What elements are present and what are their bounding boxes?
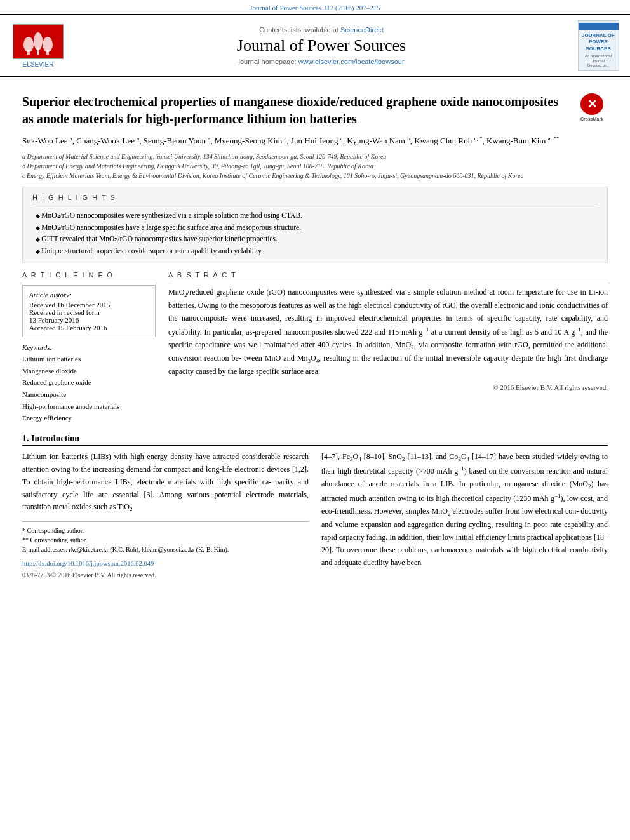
- homepage-line: journal homepage: www.elsevier.com/locat…: [70, 58, 573, 65]
- journal-center-info: Contents lists available at ScienceDirec…: [70, 26, 573, 65]
- affiliation-c: c Energy Efficient Materials Team, Energ…: [22, 171, 608, 180]
- keyword-2: Manganese dioxide: [22, 365, 156, 377]
- citation-text: Journal of Power Sources 312 (2016) 207–…: [250, 4, 380, 11]
- article-title-block: Superior electrochemical properties of m…: [22, 93, 608, 128]
- intro-col-right: [4–7], Fe3O4 [8–10], SnO2 [11–13], and C…: [321, 451, 608, 580]
- page: Journal of Power Sources 312 (2016) 207–…: [0, 0, 630, 840]
- footnote-email: E-mail addresses: rkc@kicet.re.kr (K.C. …: [22, 545, 309, 554]
- journal-logo-right: JOURNAL OFPOWERSOURCES An International …: [573, 20, 624, 71]
- highlight-item-3: GITT revealed that MnO₂/rGO nanocomposit…: [32, 233, 598, 244]
- abstract-text: MnO2/reduced graphene oxide (rGO) nanoco…: [168, 286, 608, 378]
- article-info-label: A R T I C L E I N F O: [22, 271, 156, 281]
- affiliation-a: a Department of Material Science and Eng…: [22, 152, 608, 161]
- journal-logo-box: JOURNAL OFPOWERSOURCES An International …: [578, 20, 619, 71]
- authors-line: Suk-Woo Lee a, Chang-Wook Lee a, Seung-B…: [22, 134, 608, 148]
- keywords-section: Keywords: Lithium ion batteries Manganes…: [22, 343, 156, 424]
- affiliation-b: b Department of Energy and Materials Eng…: [22, 161, 608, 171]
- crossmark-label: CrossMark: [580, 116, 603, 122]
- footnote-area: * Corresponding author. ** Corresponding…: [22, 521, 309, 554]
- journal-title: Journal of Power Sources: [70, 36, 573, 55]
- sciencedirect-link[interactable]: ScienceDirect: [340, 26, 384, 34]
- main-content: Superior electrochemical properties of m…: [0, 77, 630, 593]
- doi-area: http://dx.doi.org/10.1016/j.jpowsour.201…: [22, 558, 309, 569]
- affiliations: a Department of Material Science and Eng…: [22, 152, 608, 180]
- crossmark-icon: ✕: [580, 93, 603, 115]
- logo-stripe: [579, 23, 619, 30]
- svg-rect-5: [37, 48, 39, 55]
- received-revised-label: Received in revised form: [29, 309, 149, 316]
- keyword-4: Nanocomposite: [22, 389, 156, 401]
- highlight-item-2: MnO₂/rGO nanocomposites have a large spe…: [32, 222, 598, 233]
- highlights-label: H I G H L I G H T S: [32, 194, 598, 204]
- introduction-heading: 1. Introduction: [22, 434, 608, 446]
- elsevier-logo: ELSEVIER: [6, 24, 70, 68]
- highlights-section: H I G H L I G H T S MnO₂/rGO nanocomposi…: [22, 187, 608, 263]
- keyword-3: Reduced graphene oxide: [22, 377, 156, 389]
- highlight-item-1: MnO₂/rGO nanocomposites were synthesized…: [32, 210, 598, 221]
- journal-header: ELSEVIER Contents lists available at Sci…: [0, 15, 630, 77]
- abstract-col: A B S T R A C T MnO2/reduced graphene ox…: [168, 271, 608, 424]
- keywords-title: Keywords:: [22, 343, 156, 351]
- article-info-col: A R T I C L E I N F O Article history: R…: [22, 271, 156, 424]
- history-title: Article history:: [29, 291, 149, 298]
- footnote-corresponding: * Corresponding author.: [22, 526, 309, 535]
- sciencedirect-line: Contents lists available at ScienceDirec…: [70, 26, 573, 34]
- footnote-double-corresponding: ** Corresponding author.: [22, 535, 309, 545]
- accepted-date: Accepted 15 February 2016: [29, 324, 149, 331]
- keyword-1: Lithium ion batteries: [22, 353, 156, 365]
- introduction-body: Lithium-ion batteries (LIBs) with high e…: [22, 451, 608, 580]
- homepage-link[interactable]: www.elsevier.com/locate/jpowsour: [298, 58, 405, 65]
- highlight-item-4: Unique structural properties provide sup…: [32, 245, 598, 257]
- doi-link[interactable]: http://dx.doi.org/10.1016/j.jpowsour.201…: [22, 560, 154, 567]
- section-title: Introduction: [31, 434, 79, 443]
- journal-citation-bar: Journal of Power Sources 312 (2016) 207–…: [0, 0, 630, 15]
- svg-point-2: [34, 32, 43, 50]
- keyword-6: Energy efficiency: [22, 412, 156, 424]
- crossmark[interactable]: ✕ CrossMark: [576, 93, 608, 122]
- intro-col-left: Lithium-ion batteries (LIBs) with high e…: [22, 451, 309, 580]
- svg-rect-6: [46, 50, 49, 55]
- info-abstract-cols: A R T I C L E I N F O Article history: R…: [22, 271, 608, 424]
- svg-rect-4: [27, 50, 30, 55]
- copyright-text: © 2016 Elsevier B.V. All rights reserved…: [168, 383, 608, 391]
- abstract-label: A B S T R A C T: [168, 271, 608, 281]
- article-title-text: Superior electrochemical properties of m…: [22, 95, 558, 126]
- keyword-5: High-performance anode materials: [22, 401, 156, 413]
- elsevier-logo-image: [13, 24, 64, 59]
- issn-line: 0378-7753/© 2016 Elsevier B.V. All right…: [22, 570, 309, 581]
- revised-date: 13 February 2016: [29, 316, 149, 324]
- article-history-box: Article history: Received 16 December 20…: [22, 285, 156, 337]
- elsevier-label: ELSEVIER: [23, 61, 54, 68]
- section-number: 1.: [22, 434, 29, 443]
- received-date: Received 16 December 2015: [29, 301, 149, 309]
